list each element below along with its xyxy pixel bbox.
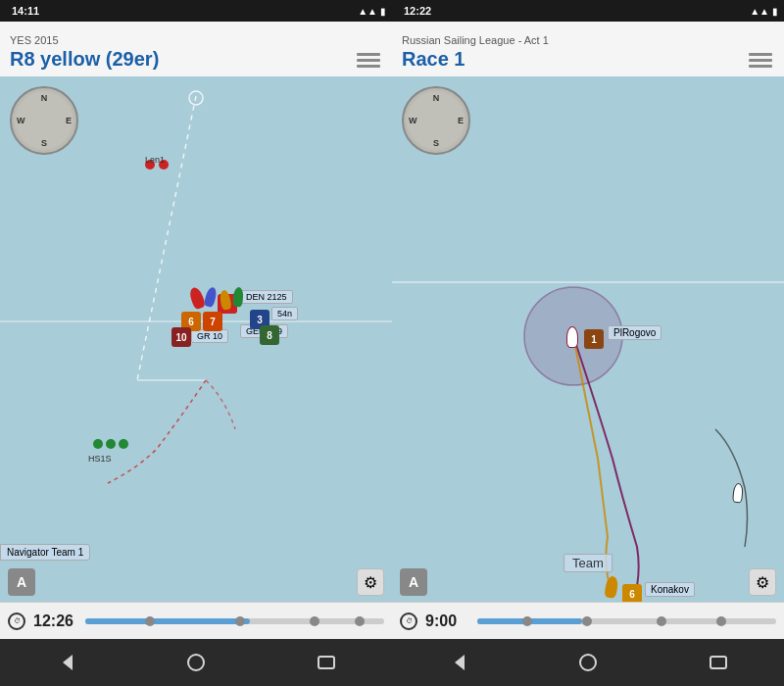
- boat-dot-3: [93, 439, 103, 449]
- compass-e-left: E: [66, 116, 72, 125]
- fiftyfour-label: 54n: [271, 307, 298, 320]
- team-label: Team: [564, 554, 612, 572]
- right-a-button[interactable]: A: [400, 568, 427, 596]
- menu-line-1: [357, 53, 380, 56]
- right-rank-6: 6: [622, 584, 642, 602]
- recent-icon-right: [707, 651, 730, 674]
- right-menu-line-1: [749, 53, 772, 56]
- screens-row: YES 2015 R8 yellow (29er) N S E W: [0, 22, 784, 639]
- left-menu-button[interactable]: [355, 49, 382, 71]
- right-timer-text: 9:00: [425, 612, 469, 630]
- right-subtitle: Russian Sailing League - Act 1: [402, 34, 549, 46]
- left-bottom-bar: ⏱ 12:26: [0, 602, 392, 639]
- svg-point-7: [188, 655, 204, 670]
- right-recent-button[interactable]: [689, 643, 748, 682]
- bottom-mark-boats: [93, 439, 128, 449]
- right-compass: N S E W: [402, 86, 470, 155]
- boat-1-right: [566, 326, 578, 348]
- right-time: 12:22: [404, 5, 431, 17]
- left-title: R8 yellow (29er): [10, 48, 159, 71]
- compass-s-left: S: [41, 138, 47, 148]
- home-icon-left: [184, 651, 208, 674]
- right-bottom-bar: ⏱ 9:00: [392, 602, 784, 639]
- menu-line-3: [357, 65, 380, 68]
- ten-label: GR 10: [191, 329, 228, 343]
- rank-8: 8: [260, 325, 279, 345]
- recent-icon-left: [315, 651, 338, 674]
- right-menu-button[interactable]: [747, 49, 774, 71]
- right-gear-button[interactable]: ⚙: [749, 568, 776, 596]
- android-nav-bar: [0, 639, 784, 686]
- boat-dot-5: [119, 439, 128, 449]
- left-progress-fill: [85, 618, 250, 624]
- left-gear-button[interactable]: ⚙: [357, 568, 384, 596]
- boat-green-1: [232, 287, 244, 308]
- back-icon-left: [54, 651, 77, 674]
- right-dot-2: [582, 616, 592, 626]
- left-nav-section: [0, 643, 392, 682]
- right-dot-1: [522, 616, 532, 626]
- home-icon-right: [576, 651, 600, 674]
- compass-e-right: E: [458, 116, 464, 125]
- left-dot-3: [310, 616, 319, 626]
- menu-line-2: [357, 59, 380, 62]
- left-recent-button[interactable]: [297, 643, 356, 682]
- compass-w-left: W: [17, 116, 25, 125]
- left-home-button[interactable]: [167, 643, 225, 682]
- left-dot-4: [355, 616, 365, 626]
- rank-10: 10: [172, 327, 191, 347]
- right-home-button[interactable]: [559, 643, 617, 682]
- right-menu-line-3: [749, 65, 772, 68]
- right-header: Russian Sailing League - Act 1 Race 1: [392, 22, 784, 76]
- plrogovo-label: PlRogovo: [608, 325, 662, 340]
- svg-marker-9: [455, 655, 465, 670]
- left-header: YES 2015 R8 yellow (29er): [0, 22, 392, 76]
- left-progress-track[interactable]: [85, 618, 384, 624]
- svg-rect-11: [710, 657, 726, 668]
- left-status-half: 14:11 ▲▲ ▮: [0, 0, 392, 22]
- left-timer-icon: ⏱: [8, 612, 25, 630]
- left-subtitle: YES 2015: [10, 34, 159, 46]
- boat-blue-1: [204, 286, 219, 308]
- signal-icon-right: ▲▲: [750, 6, 769, 17]
- left-dot-1: [145, 616, 155, 626]
- right-title: Race 1: [402, 48, 549, 71]
- left-a-button[interactable]: A: [8, 568, 35, 596]
- left-map: N S E W: [0, 76, 392, 602]
- right-rank-1: 1: [584, 329, 604, 349]
- left-dot-2: [235, 616, 245, 626]
- boat-black-right: [732, 483, 744, 504]
- right-back-button[interactable]: [428, 643, 487, 682]
- left-time: 14:11: [12, 5, 39, 17]
- left-screen: YES 2015 R8 yellow (29er) N S E W: [0, 22, 392, 639]
- svg-point-3: [189, 91, 203, 105]
- rank-7: 7: [203, 312, 222, 331]
- right-map: N S E W: [392, 76, 784, 602]
- right-progress-track[interactable]: [477, 618, 776, 624]
- svg-point-10: [580, 655, 596, 670]
- svg-marker-6: [63, 655, 73, 670]
- compass-s-right: S: [433, 138, 439, 148]
- right-screen: Russian Sailing League - Act 1 Race 1 N …: [392, 22, 784, 639]
- den-label: DEN 2125: [240, 290, 293, 304]
- right-dot-3: [657, 616, 666, 626]
- mark-label-1: Len1: [145, 155, 165, 165]
- compass-inner-right: N S E W: [407, 91, 466, 150]
- navigator-label: Navigator Team 1: [0, 544, 90, 561]
- right-nav-section: [392, 643, 784, 682]
- mark-label-2: HS1S: [88, 454, 112, 464]
- right-dot-4: [716, 616, 726, 626]
- boat-dot-4: [106, 439, 116, 449]
- compass-w-right: W: [409, 116, 417, 125]
- right-header-left: Russian Sailing League - Act 1 Race 1: [402, 34, 549, 71]
- signal-icon-left: ▲▲: [358, 6, 377, 17]
- left-header-left: YES 2015 R8 yellow (29er): [10, 34, 159, 71]
- battery-icon-right: ▮: [772, 6, 778, 17]
- android-status-bar: 14:11 ▲▲ ▮ 12:22 ▲▲ ▮: [0, 0, 784, 22]
- left-back-button[interactable]: [36, 643, 95, 682]
- right-status-half: 12:22 ▲▲ ▮: [392, 0, 784, 22]
- svg-rect-8: [318, 657, 334, 668]
- compass-inner-left: N S E W: [15, 91, 74, 150]
- battery-icon-left: ▮: [380, 6, 386, 17]
- back-icon-right: [446, 651, 469, 674]
